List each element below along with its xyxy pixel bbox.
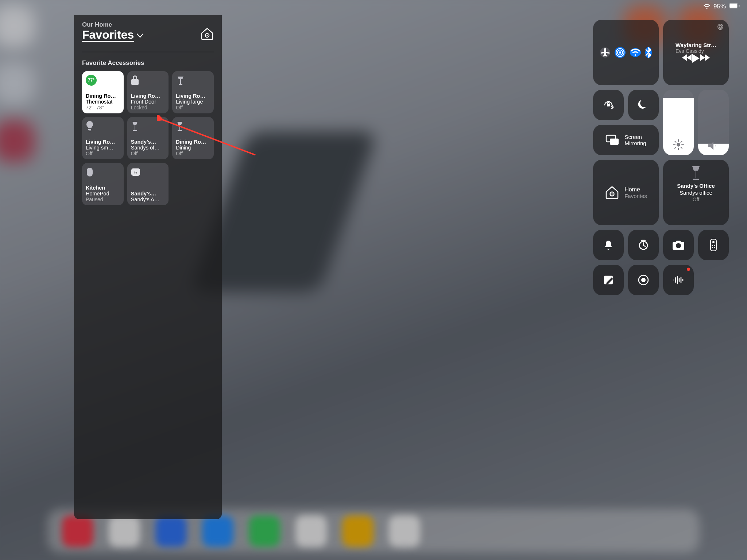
- homepod-icon: [86, 167, 120, 178]
- favorites-title: Favorites: [82, 28, 134, 42]
- dim-overlay: [0, 0, 467, 350]
- accessory-sandys-office[interactable]: Sandy's… Sandys of… Off: [127, 117, 169, 159]
- accessory-thermostat[interactable]: 77° Dining Ro… Thermostat 72°–78°: [82, 71, 124, 113]
- chevron-down-icon: [137, 34, 143, 38]
- svg-rect-5: [87, 168, 93, 176]
- home-app-icon[interactable]: [201, 28, 214, 42]
- accessory-living-small[interactable]: Living Ro… Living sm… Off: [82, 117, 124, 159]
- accessory-living-large[interactable]: Living Ro… Living large Off: [172, 71, 214, 113]
- desk-lamp-icon: [176, 121, 210, 132]
- accessory-appletv[interactable]: tv Sandy's… Sandy's A…: [127, 163, 169, 205]
- accessory-homepod[interactable]: Kitchen HomePod Paused: [82, 163, 124, 205]
- favorites-dropdown[interactable]: Favorites: [82, 28, 143, 42]
- floor-lamp-icon: [176, 75, 210, 86]
- accessory-dining[interactable]: Dining Ro… Dining Off: [172, 117, 214, 159]
- lock-icon: [131, 75, 165, 86]
- desk-lamp-icon: [131, 121, 165, 132]
- appletv-icon: tv: [131, 167, 165, 178]
- accessory-grid: 77° Dining Ro… Thermostat 72°–78° Living…: [82, 71, 214, 205]
- svg-text:tv: tv: [134, 171, 137, 174]
- bulb-icon: [86, 121, 120, 132]
- thermostat-badge: 77°: [86, 75, 97, 86]
- accessory-front-door[interactable]: Living Ro… Front Door Locked: [127, 71, 169, 113]
- home-name: Our Home: [82, 21, 214, 28]
- home-favorites-panel: Our Home Favorites Favorite Accessories …: [74, 15, 222, 350]
- svg-point-4: [206, 35, 208, 36]
- section-header: Favorite Accessories: [82, 52, 214, 67]
